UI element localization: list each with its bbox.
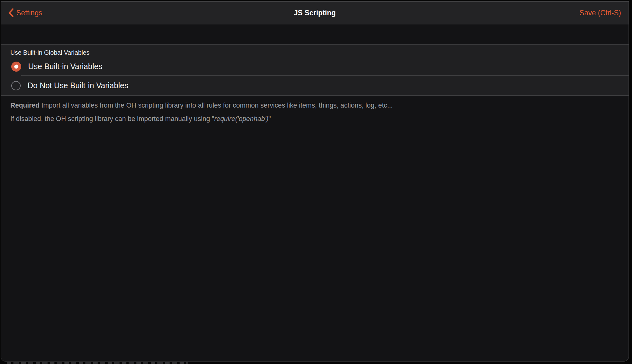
description-line-1: Required Import all variables from the O… [10, 101, 616, 110]
back-button[interactable]: Settings [8, 8, 42, 17]
setting-description: Required Import all variables from the O… [1, 96, 629, 124]
js-scripting-settings-modal: Settings JS Scripting Save (Ctrl-S) Use … [1, 1, 629, 361]
radio-unselected-icon [11, 81, 21, 90]
save-button[interactable]: Save (Ctrl-S) [579, 9, 621, 17]
option-label: Use Built-in Variables [28, 62, 102, 71]
radio-group-label: Use Built-in Global Variables [1, 45, 629, 58]
description-line-2: If disabled, the OH scripting library ca… [10, 114, 616, 124]
variables-option-list: Use Built-in Global Variables Use Built-… [1, 44, 629, 96]
page-title: JS Scripting [294, 9, 336, 17]
radio-selected-icon [11, 62, 21, 72]
description-required-tag: Required [10, 102, 39, 109]
background-window-text-fragment [7, 362, 188, 364]
option-do-not-use-builtin-variables[interactable]: Do Not Use Built-in Variables [1, 76, 629, 95]
navbar: Settings JS Scripting Save (Ctrl-S) [1, 2, 629, 24]
option-use-builtin-variables[interactable]: Use Built-in Variables [1, 58, 629, 75]
chevron-left-icon [8, 8, 13, 17]
option-label: Do Not Use Built-in Variables [28, 81, 128, 90]
code-snippet: require('openhab') [214, 115, 268, 123]
navbar-spacer [1, 24, 629, 44]
back-button-label: Settings [16, 9, 42, 17]
